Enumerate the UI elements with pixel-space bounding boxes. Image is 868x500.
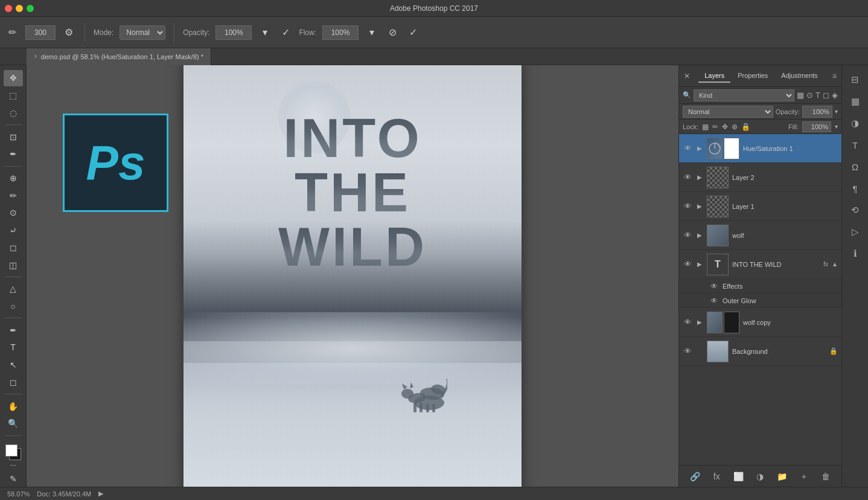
tab-layers[interactable]: Layers	[698, 69, 730, 83]
mini-glyphs-btn[interactable]: Ω	[846, 157, 865, 176]
layer-visibility-eye[interactable]: 👁	[683, 260, 692, 269]
dodge-tool[interactable]: ○	[4, 298, 23, 315]
lock-artboards-icon[interactable]: ⊕	[732, 123, 738, 131]
layer-item-wolf[interactable]: 👁 ▶ wolf	[679, 221, 841, 250]
filter-shape-icon[interactable]: ◻	[823, 91, 829, 100]
lock-image-icon[interactable]: ✏	[712, 123, 718, 131]
status-arrow[interactable]: ▶	[98, 490, 103, 498]
selection-tool[interactable]: ⬚	[4, 88, 23, 104]
filter-smart-icon[interactable]: ◈	[832, 91, 838, 100]
size-input[interactable]	[25, 25, 56, 40]
layer-fx-expand[interactable]: ▲	[832, 261, 838, 268]
mini-adjustments-btn[interactable]: ◑	[846, 114, 865, 133]
path-select-tool[interactable]: ↖	[4, 357, 23, 373]
filter-type-icon[interactable]: T	[815, 91, 820, 100]
layer-visibility-eye[interactable]: 👁	[683, 144, 692, 153]
link-layers-btn[interactable]: 🔗	[688, 469, 702, 484]
panel-close-btn[interactable]: ✕	[684, 72, 690, 80]
fill-input[interactable]	[802, 121, 831, 132]
flow-expand-icon[interactable]: ▾	[365, 25, 379, 40]
layer-mask-btn[interactable]: ⬜	[731, 469, 745, 484]
mini-type-btn[interactable]: T	[846, 135, 865, 155]
maximize-button[interactable]	[27, 5, 34, 12]
canvas-area[interactable]: Ps	[27, 65, 678, 487]
blend-mode-select[interactable]: Normal Multiply Screen Overlay	[683, 106, 773, 118]
layer-expand-icon[interactable]: ▶	[696, 145, 703, 152]
adjustment-layer-btn[interactable]: ◑	[753, 469, 767, 484]
layer-fx-icon[interactable]: fx	[823, 261, 828, 268]
opacity-arrow-icon[interactable]: ▾	[835, 108, 838, 115]
delete-layer-btn[interactable]: 🗑	[819, 469, 833, 484]
edit-toolbar-btn[interactable]: ✎	[4, 470, 23, 487]
clone-tool[interactable]: ⊙	[4, 205, 23, 221]
layer-item-wolf-copy[interactable]: 👁 ▶ wolf copy	[679, 308, 841, 337]
layer-expand-icon[interactable]: ▶	[696, 203, 703, 210]
layer-visibility-eye[interactable]: 👁	[683, 231, 692, 240]
crop-tool[interactable]: ⊡	[4, 129, 23, 145]
opacity-input[interactable]	[802, 106, 832, 118]
mode-select[interactable]: Normal Multiply Screen Overlay	[120, 25, 165, 40]
layer-expand-icon[interactable]: ▶	[696, 174, 703, 181]
brush-tool[interactable]: ✏	[4, 187, 23, 204]
lock-transparent-icon[interactable]: ▦	[702, 123, 709, 131]
filter-adjust-icon[interactable]: ⊙	[806, 91, 813, 100]
history-brush[interactable]: ⤾	[4, 222, 23, 239]
brush-tool-icon[interactable]: ✏	[5, 25, 19, 40]
filter-kind-select[interactable]: Kind	[694, 89, 794, 101]
gradient-tool[interactable]: ◫	[4, 257, 23, 273]
shape-tool[interactable]: ◻	[4, 374, 23, 391]
minimize-button[interactable]	[16, 5, 23, 12]
blur-tool[interactable]: △	[4, 281, 23, 297]
layer-item-layer2[interactable]: 👁 ▶ Layer 2	[679, 163, 841, 192]
tab-properties[interactable]: Properties	[732, 69, 774, 83]
color-swatch[interactable]	[5, 444, 21, 458]
tab-close-icon[interactable]: ×	[34, 53, 37, 60]
outer-glow-visibility-eye[interactable]: 👁	[709, 296, 719, 306]
layer-item-layer1[interactable]: 👁 ▶ Layer 1	[679, 192, 841, 221]
layer-visibility-eye[interactable]: 👁	[683, 318, 692, 327]
hand-tool[interactable]: ✋	[4, 398, 23, 414]
layer-visibility-eye[interactable]: 👁	[683, 173, 692, 182]
more-tools-btn[interactable]: ···	[10, 461, 16, 469]
layer-expand-icon[interactable]: ▶	[696, 261, 703, 268]
effects-visibility-eye[interactable]: 👁	[709, 281, 719, 291]
layer-expand-icon[interactable]: ▶	[696, 319, 703, 326]
eraser-tool[interactable]: ◻	[4, 240, 23, 256]
brush-smoothing-icon[interactable]: ✓	[406, 25, 420, 40]
layer-visibility-eye[interactable]: 👁	[683, 347, 692, 356]
layer-item-into-the-wild[interactable]: 👁 ▶ T INTO THE WILD fx ▲	[679, 250, 841, 279]
mini-channels-btn[interactable]: ▦	[846, 92, 865, 111]
move-tool[interactable]: ✥	[4, 70, 23, 86]
layer-item-hue-saturation[interactable]: 👁 ▶ Hue/Saturation 1	[679, 134, 841, 163]
mini-layers-btn[interactable]: ⊟	[846, 70, 865, 89]
pen-tool[interactable]: ✒	[4, 322, 23, 338]
layer-expand-icon[interactable]: ▶	[696, 232, 703, 239]
opacity-expand-icon[interactable]: ▾	[258, 25, 272, 40]
document-tab[interactable]: × demo.psd @ 58.1% (Hue/Saturation 1, La…	[27, 48, 211, 65]
mini-actions-btn[interactable]: ▷	[846, 222, 865, 242]
eyedropper-tool[interactable]: ✒	[4, 146, 23, 162]
mini-character-btn[interactable]: ¶	[846, 179, 865, 198]
settings-icon[interactable]: ⚙	[62, 25, 76, 40]
lock-position-icon[interactable]: ✥	[722, 123, 728, 131]
tab-adjustments[interactable]: Adjustments	[775, 69, 824, 83]
close-button[interactable]	[5, 5, 12, 12]
zoom-tool[interactable]: 🔍	[4, 415, 23, 432]
lock-all-icon[interactable]: 🔒	[741, 123, 750, 131]
panel-menu-icon[interactable]: ≡	[832, 72, 837, 80]
airbrush-icon[interactable]: ✓	[278, 25, 293, 40]
opacity-input[interactable]	[215, 25, 252, 40]
flow-input[interactable]	[322, 25, 359, 40]
layer-group-btn[interactable]: 📁	[775, 469, 790, 484]
foreground-color-swatch[interactable]	[5, 444, 18, 457]
healing-tool[interactable]: ⊕	[4, 170, 23, 187]
brush-pressure-icon[interactable]: ⊘	[385, 25, 400, 40]
lasso-tool[interactable]: ◌	[4, 105, 23, 121]
mini-info-btn[interactable]: ℹ	[846, 244, 865, 263]
canvas-document[interactable]: INTO THE WILD	[183, 65, 522, 487]
mini-history-btn[interactable]: ⟲	[846, 200, 865, 220]
window-controls[interactable]	[5, 5, 34, 12]
fill-arrow-icon[interactable]: ▾	[835, 123, 838, 130]
layer-item-background[interactable]: 👁 ▶ Background 🔒	[679, 337, 841, 366]
layer-styles-btn[interactable]: fx	[709, 469, 724, 484]
